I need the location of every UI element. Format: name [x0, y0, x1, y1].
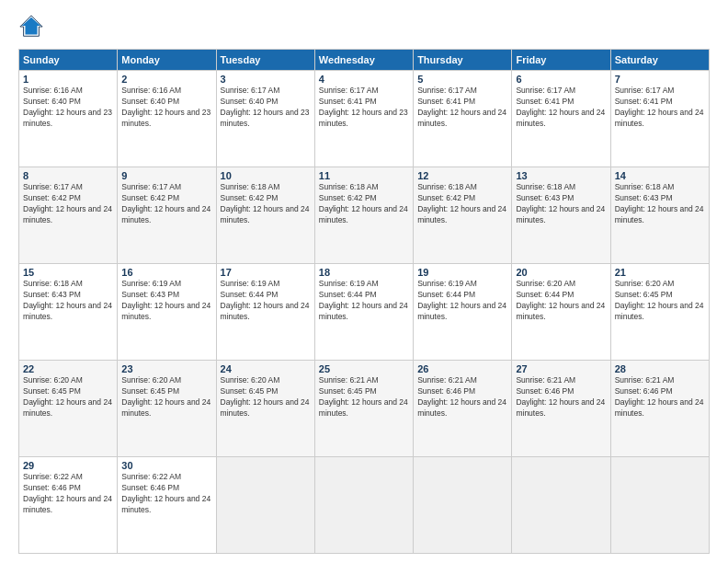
- day-info: Sunrise: 6:18 AM Sunset: 6:43 PM Dayligh…: [516, 182, 606, 226]
- calendar-cell: 13 Sunrise: 6:18 AM Sunset: 6:43 PM Dayl…: [512, 167, 610, 264]
- calendar-cell: 6 Sunrise: 6:17 AM Sunset: 6:41 PM Dayli…: [512, 71, 610, 167]
- day-number: 6: [516, 74, 606, 85]
- weekday-header-saturday: Saturday: [610, 50, 709, 71]
- calendar-cell: 24 Sunrise: 6:20 AM Sunset: 6:45 PM Dayl…: [216, 361, 314, 457]
- day-number: 9: [121, 170, 211, 181]
- day-info: Sunrise: 6:18 AM Sunset: 6:42 PM Dayligh…: [319, 182, 409, 226]
- day-number: 20: [516, 267, 606, 278]
- calendar-cell: 17 Sunrise: 6:19 AM Sunset: 6:44 PM Dayl…: [216, 264, 314, 361]
- calendar-cell: 5 Sunrise: 6:17 AM Sunset: 6:41 PM Dayli…: [414, 71, 512, 167]
- day-info: Sunrise: 6:22 AM Sunset: 6:46 PM Dayligh…: [121, 472, 211, 516]
- day-info: Sunrise: 6:20 AM Sunset: 6:45 PM Dayligh…: [221, 375, 311, 419]
- weekday-header-wednesday: Wednesday: [314, 50, 413, 71]
- day-info: Sunrise: 6:17 AM Sunset: 6:41 PM Dayligh…: [319, 86, 409, 130]
- calendar-cell: 4 Sunrise: 6:17 AM Sunset: 6:41 PM Dayli…: [314, 71, 413, 167]
- day-number: 28: [615, 363, 705, 374]
- day-info: Sunrise: 6:22 AM Sunset: 6:46 PM Dayligh…: [23, 472, 113, 516]
- calendar-cell: 23 Sunrise: 6:20 AM Sunset: 6:45 PM Dayl…: [118, 361, 216, 457]
- calendar-cell: 26 Sunrise: 6:21 AM Sunset: 6:46 PM Dayl…: [414, 361, 512, 457]
- week-row-2: 8 Sunrise: 6:17 AM Sunset: 6:42 PM Dayli…: [19, 167, 710, 264]
- week-row-1: 1 Sunrise: 6:16 AM Sunset: 6:40 PM Dayli…: [19, 71, 710, 167]
- day-info: Sunrise: 6:19 AM Sunset: 6:44 PM Dayligh…: [221, 279, 311, 323]
- calendar-cell: [610, 457, 709, 554]
- calendar-cell: 29 Sunrise: 6:22 AM Sunset: 6:46 PM Dayl…: [19, 457, 118, 554]
- logo: [18, 14, 48, 40]
- day-number: 11: [319, 170, 409, 181]
- day-info: Sunrise: 6:19 AM Sunset: 6:44 PM Dayligh…: [417, 279, 507, 323]
- day-number: 18: [319, 267, 409, 278]
- day-number: 17: [221, 267, 311, 278]
- calendar-cell: 3 Sunrise: 6:17 AM Sunset: 6:40 PM Dayli…: [216, 71, 314, 167]
- day-info: Sunrise: 6:18 AM Sunset: 6:43 PM Dayligh…: [23, 279, 113, 323]
- calendar-cell: 25 Sunrise: 6:21 AM Sunset: 6:45 PM Dayl…: [314, 361, 413, 457]
- calendar-cell: 2 Sunrise: 6:16 AM Sunset: 6:40 PM Dayli…: [118, 71, 216, 167]
- day-info: Sunrise: 6:20 AM Sunset: 6:45 PM Dayligh…: [23, 375, 113, 419]
- day-info: Sunrise: 6:20 AM Sunset: 6:44 PM Dayligh…: [516, 279, 606, 323]
- day-number: 14: [615, 170, 705, 181]
- day-info: Sunrise: 6:18 AM Sunset: 6:42 PM Dayligh…: [221, 182, 311, 226]
- week-row-5: 29 Sunrise: 6:22 AM Sunset: 6:46 PM Dayl…: [19, 457, 710, 554]
- calendar-cell: 27 Sunrise: 6:21 AM Sunset: 6:46 PM Dayl…: [512, 361, 610, 457]
- calendar-cell: 12 Sunrise: 6:18 AM Sunset: 6:42 PM Dayl…: [414, 167, 512, 264]
- day-number: 15: [23, 267, 113, 278]
- day-info: Sunrise: 6:16 AM Sunset: 6:40 PM Dayligh…: [23, 86, 113, 130]
- day-info: Sunrise: 6:19 AM Sunset: 6:43 PM Dayligh…: [121, 279, 211, 323]
- day-info: Sunrise: 6:18 AM Sunset: 6:42 PM Dayligh…: [417, 182, 507, 226]
- weekday-header-sunday: Sunday: [19, 50, 118, 71]
- calendar-cell: 1 Sunrise: 6:16 AM Sunset: 6:40 PM Dayli…: [19, 71, 118, 167]
- calendar-cell: 15 Sunrise: 6:18 AM Sunset: 6:43 PM Dayl…: [19, 264, 118, 361]
- header: [18, 14, 710, 40]
- weekday-header-tuesday: Tuesday: [216, 50, 314, 71]
- day-number: 10: [221, 170, 311, 181]
- weekday-header-monday: Monday: [118, 50, 216, 71]
- calendar-cell: [414, 457, 512, 554]
- day-info: Sunrise: 6:17 AM Sunset: 6:41 PM Dayligh…: [516, 86, 606, 130]
- day-number: 26: [417, 363, 507, 374]
- calendar-cell: [314, 457, 413, 554]
- day-info: Sunrise: 6:17 AM Sunset: 6:42 PM Dayligh…: [23, 182, 113, 226]
- day-info: Sunrise: 6:17 AM Sunset: 6:42 PM Dayligh…: [121, 182, 211, 226]
- calendar-cell: 10 Sunrise: 6:18 AM Sunset: 6:42 PM Dayl…: [216, 167, 314, 264]
- day-number: 23: [121, 363, 211, 374]
- day-number: 24: [221, 363, 311, 374]
- week-row-3: 15 Sunrise: 6:18 AM Sunset: 6:43 PM Dayl…: [19, 264, 710, 361]
- day-info: Sunrise: 6:21 AM Sunset: 6:46 PM Dayligh…: [516, 375, 606, 419]
- calendar-cell: 8 Sunrise: 6:17 AM Sunset: 6:42 PM Dayli…: [19, 167, 118, 264]
- day-info: Sunrise: 6:21 AM Sunset: 6:46 PM Dayligh…: [417, 375, 507, 419]
- day-info: Sunrise: 6:17 AM Sunset: 6:41 PM Dayligh…: [417, 86, 507, 130]
- day-number: 4: [319, 74, 409, 85]
- day-info: Sunrise: 6:21 AM Sunset: 6:46 PM Dayligh…: [615, 375, 705, 419]
- weekday-header-thursday: Thursday: [414, 50, 512, 71]
- calendar-cell: 19 Sunrise: 6:19 AM Sunset: 6:44 PM Dayl…: [414, 264, 512, 361]
- day-number: 12: [417, 170, 507, 181]
- day-number: 27: [516, 363, 606, 374]
- day-number: 25: [319, 363, 409, 374]
- calendar-table: SundayMondayTuesdayWednesdayThursdayFrid…: [18, 49, 710, 554]
- calendar-cell: 9 Sunrise: 6:17 AM Sunset: 6:42 PM Dayli…: [118, 167, 216, 264]
- day-info: Sunrise: 6:20 AM Sunset: 6:45 PM Dayligh…: [615, 279, 705, 323]
- day-number: 21: [615, 267, 705, 278]
- day-info: Sunrise: 6:17 AM Sunset: 6:41 PM Dayligh…: [615, 86, 705, 130]
- calendar-cell: 16 Sunrise: 6:19 AM Sunset: 6:43 PM Dayl…: [118, 264, 216, 361]
- day-number: 22: [23, 363, 113, 374]
- day-info: Sunrise: 6:16 AM Sunset: 6:40 PM Dayligh…: [121, 86, 211, 130]
- day-number: 5: [417, 74, 507, 85]
- calendar-cell: 18 Sunrise: 6:19 AM Sunset: 6:44 PM Dayl…: [314, 264, 413, 361]
- day-number: 29: [23, 460, 113, 471]
- calendar-cell: 30 Sunrise: 6:22 AM Sunset: 6:46 PM Dayl…: [118, 457, 216, 554]
- day-number: 19: [417, 267, 507, 278]
- calendar-cell: 20 Sunrise: 6:20 AM Sunset: 6:44 PM Dayl…: [512, 264, 610, 361]
- day-number: 1: [23, 74, 113, 85]
- day-info: Sunrise: 6:18 AM Sunset: 6:43 PM Dayligh…: [615, 182, 705, 226]
- day-info: Sunrise: 6:17 AM Sunset: 6:40 PM Dayligh…: [221, 86, 311, 130]
- calendar-cell: [216, 457, 314, 554]
- day-info: Sunrise: 6:20 AM Sunset: 6:45 PM Dayligh…: [121, 375, 211, 419]
- svg-marker-0: [22, 17, 41, 35]
- calendar-header-row: SundayMondayTuesdayWednesdayThursdayFrid…: [19, 50, 710, 71]
- calendar-cell: 22 Sunrise: 6:20 AM Sunset: 6:45 PM Dayl…: [19, 361, 118, 457]
- day-number: 7: [615, 74, 705, 85]
- day-number: 8: [23, 170, 113, 181]
- day-info: Sunrise: 6:19 AM Sunset: 6:44 PM Dayligh…: [319, 279, 409, 323]
- calendar-cell: 14 Sunrise: 6:18 AM Sunset: 6:43 PM Dayl…: [610, 167, 709, 264]
- calendar-cell: 21 Sunrise: 6:20 AM Sunset: 6:45 PM Dayl…: [610, 264, 709, 361]
